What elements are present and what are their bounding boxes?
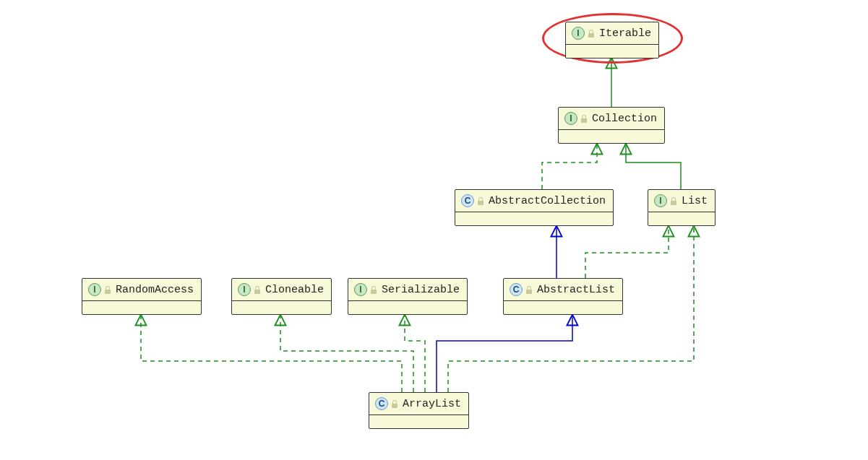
- node-label: Serializable: [382, 284, 460, 296]
- lock-icon: [254, 285, 261, 294]
- node-label: Cloneable: [265, 284, 324, 296]
- lock-icon: [104, 285, 111, 294]
- class-icon: C: [375, 397, 388, 410]
- lock-icon: [477, 196, 484, 205]
- node-label: RandomAccess: [116, 284, 194, 296]
- interface-icon: I: [564, 112, 577, 125]
- interface-icon: I: [572, 27, 585, 40]
- node-list: I List: [648, 189, 716, 226]
- node-serializable: I Serializable: [348, 278, 468, 315]
- interface-icon: I: [354, 283, 367, 296]
- interface-icon: I: [88, 283, 101, 296]
- node-abstractcollection: C AbstractCollection: [455, 189, 614, 226]
- interface-icon: I: [238, 283, 251, 296]
- lock-icon: [670, 196, 677, 205]
- node-label: Iterable: [599, 27, 651, 40]
- node-abstractlist: C AbstractList: [503, 278, 623, 315]
- lock-icon: [525, 285, 533, 294]
- node-randomaccess: I RandomAccess: [82, 278, 202, 315]
- node-collection: I Collection: [558, 107, 665, 144]
- node-label: ArrayList: [403, 398, 461, 410]
- lock-icon: [588, 29, 595, 38]
- node-cloneable: I Cloneable: [231, 278, 332, 315]
- uml-connectors: [0, 0, 868, 460]
- node-label: List: [682, 195, 708, 207]
- node-iterable: I Iterable: [565, 22, 659, 58]
- lock-icon: [370, 285, 377, 294]
- node-label: AbstractList: [537, 284, 615, 296]
- lock-icon: [580, 114, 588, 123]
- class-icon: C: [461, 194, 474, 207]
- lock-icon: [391, 399, 398, 408]
- node-label: Collection: [592, 113, 657, 125]
- node-arraylist: C ArrayList: [369, 392, 469, 429]
- node-label: AbstractCollection: [489, 195, 606, 207]
- class-icon: C: [510, 283, 523, 296]
- interface-icon: I: [654, 194, 667, 207]
